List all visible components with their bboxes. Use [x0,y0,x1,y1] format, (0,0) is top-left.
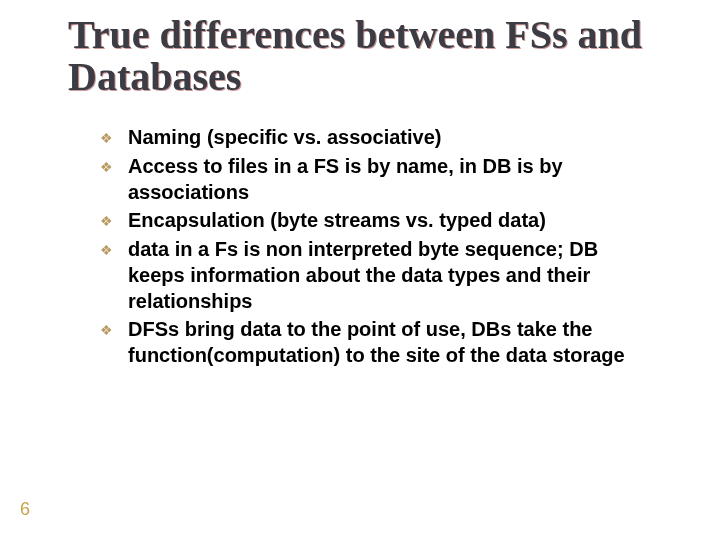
diamond-bullet-icon: ❖ [100,153,128,180]
list-item-text: data in a Fs is non interpreted byte seq… [128,236,660,314]
diamond-bullet-icon: ❖ [100,124,128,151]
list-item-text: Naming (specific vs. associative) [128,124,660,150]
slide: True differences between FSs and Databas… [0,0,720,540]
list-item: ❖ Access to files in a FS is by name, in… [100,153,660,205]
list-item: ❖ Encapsulation (byte streams vs. typed … [100,207,660,234]
list-item: ❖ Naming (specific vs. associative) [100,124,660,151]
slide-body: ❖ Naming (specific vs. associative) ❖ Ac… [100,124,660,370]
slide-title: True differences between FSs and Databas… [68,14,668,98]
page-number: 6 [20,499,30,520]
diamond-bullet-icon: ❖ [100,316,128,343]
diamond-bullet-icon: ❖ [100,236,128,263]
list-item-text: DFSs bring data to the point of use, DBs… [128,316,660,368]
list-item: ❖ data in a Fs is non interpreted byte s… [100,236,660,314]
list-item-text: Access to files in a FS is by name, in D… [128,153,660,205]
list-item-text: Encapsulation (byte streams vs. typed da… [128,207,660,233]
list-item: ❖ DFSs bring data to the point of use, D… [100,316,660,368]
diamond-bullet-icon: ❖ [100,207,128,234]
